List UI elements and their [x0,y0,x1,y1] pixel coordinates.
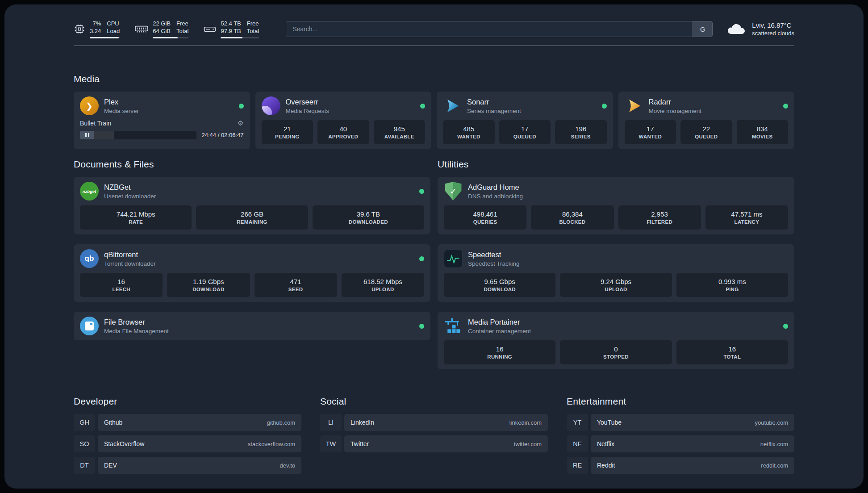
stat-value: 744.21 Mbps [117,210,155,218]
bookmarks-entertainment: Entertainment YT YouTubeyoutube.com NF N… [567,396,794,478]
stat-label: RATE [129,219,143,225]
section-documents-title: Documents & Files [74,159,430,170]
nzbget-card[interactable]: nzbget NZBGet Usenet downloader 744.21 M… [74,177,430,234]
adguard-icon: ✓ [444,182,463,201]
service-name: NZBGet [104,183,156,192]
bookmark-name: StackOverflow [104,440,144,447]
overseerr-icon [262,96,280,115]
portainer-icon [444,317,463,335]
pause-button[interactable] [80,131,94,139]
stat-label: SEED [288,287,303,292]
memory-icon [135,24,148,34]
stats-row: 16LEECH 1.19 GbpsDOWNLOAD 471SEED 618.52… [80,273,424,297]
stat-value: 40 [339,125,347,133]
bookmark-row-netflix[interactable]: NF Netflixnetflix.com [567,435,794,452]
weather-widget: Lviv, 16.87°C scattered clouds [726,21,794,37]
bookmark-row-stackoverflow[interactable]: SO StackOverflowstackoverflow.com [74,435,301,452]
stat-label: MOVIES [752,134,773,139]
plex-player-widget: Bullet Train ⚙ 24:44 / 02:06:47 [80,119,244,139]
stat-tile: 39.6 TBDOWNLOADED [313,205,424,230]
stat-tile: 1.19 GbpsDOWNLOAD [167,273,250,297]
bookmark-row-youtube[interactable]: YT YouTubeyoutube.com [567,414,794,431]
gear-icon[interactable]: ⚙ [238,119,243,127]
disk-usage-bar [221,37,259,38]
bookmark-row-linkedin[interactable]: LI LinkedInlinkedin.com [320,414,548,431]
stat-value: 16 [496,345,504,353]
stat-tile: 471SEED [255,273,337,297]
stat-value: 618.52 Mbps [363,278,402,285]
bookmark-row-github[interactable]: GH Githubgithub.com [74,414,301,431]
speedtest-icon [444,249,463,268]
section-entertainment-title: Entertainment [567,396,794,407]
stat-value: 9.24 Gbps [601,278,631,285]
service-desc: Media Requests [286,108,330,114]
stat-value: 834 [757,125,768,133]
stat-value: 1.19 Gbps [193,278,224,285]
stat-tile: 22QUEUED [680,120,732,144]
bookmark-url: github.com [267,419,295,426]
memory-free-value: 22 GiB [153,20,171,27]
stat-tile: 86,384BLOCKED [531,205,613,230]
stat-tile: 744.21 MbpsRATE [80,205,192,230]
qbittorrent-card[interactable]: qb qBittorrent Torrent downloader 16LEEC… [74,244,430,302]
stat-tile: 40APPROVED [317,120,369,144]
memory-label-bottom: Total [176,27,188,35]
service-name: AdGuard Home [468,183,523,192]
service-desc: Usenet downloader [104,193,156,200]
nzbget-icon: nzbget [80,182,99,201]
stat-tile: 834MOVIES [737,120,789,144]
disk-free-value: 52.4 TB [221,20,241,27]
dashboard-page: 7% 3.24 CPU Load 22 GiB [4,4,864,489]
disk-total-value: 97.9 TB [221,27,241,35]
bookmarks-developer: Developer GH Githubgithub.com SO StackOv… [74,396,301,478]
playback-progress[interactable] [80,131,196,139]
stat-label: REMAINING [237,219,267,225]
cpu-widget: 7% 3.24 CPU Load [74,20,120,38]
header: 7% 3.24 CPU Load 22 GiB [74,20,794,38]
bookmark-row-twitter[interactable]: TW Twittertwitter.com [320,435,548,452]
memory-total-value: 64 GiB [153,27,171,35]
overseerr-card[interactable]: Overseerr Media Requests 21PENDING 40APP… [255,92,432,149]
bookmark-name: Github [104,419,122,426]
status-dot [419,256,424,261]
stat-label: DOWNLOAD [192,287,224,292]
bookmark-url: reddit.com [761,462,788,469]
adguard-card[interactable]: ✓ AdGuard Home DNS and adblocking 498,46… [438,177,794,234]
bookmark-name: Reddit [597,462,615,469]
stat-value: 498,461 [473,210,497,218]
bookmark-abbr: LI [320,414,342,431]
stat-tile: 2,953FILTERED [618,205,701,230]
status-dot [602,104,607,109]
now-playing-title: Bullet Train [80,120,111,127]
bookmark-url: youtube.com [755,419,788,426]
cpu-icon [74,23,85,35]
stat-tile: 0STOPPED [560,340,672,364]
stat-value: 2,953 [651,210,668,218]
service-desc: DNS and adblocking [468,193,523,200]
section-social-title: Social [320,396,548,407]
stats-row: 744.21 MbpsRATE 266 GBREMAINING 39.6 TBD… [80,205,424,230]
radarr-icon [625,96,643,115]
stat-tile: 17QUEUED [499,120,551,144]
service-name: Radarr [649,98,702,106]
filebrowser-card[interactable]: File Browser Media File Management [74,312,430,340]
search-input[interactable] [286,21,693,37]
stat-tile: 0.993 msPING [676,273,788,297]
stat-tile: 196SERIES [555,120,607,144]
stat-value: 485 [463,125,474,133]
bookmark-url: dev.to [280,462,295,469]
bookmark-url: netflix.com [760,441,788,447]
bookmark-abbr: SO [74,435,95,452]
stats-row: 9.65 GbpsDOWNLOAD 9.24 GbpsUPLOAD 0.993 … [444,273,788,297]
sonarr-card[interactable]: Sonarr Series management 485WANTED 17QUE… [437,92,613,149]
bookmark-abbr: DT [74,457,95,474]
portainer-card[interactable]: Media Portainer Container management 16R… [438,312,794,369]
radarr-card[interactable]: Radarr Movie management 17WANTED 22QUEUE… [618,92,795,149]
search-provider-button[interactable]: G [693,21,712,37]
stat-value: 47.571 ms [731,210,762,218]
plex-card[interactable]: ❯ Plex Media server Bullet Train ⚙ [74,92,250,149]
bookmark-row-reddit[interactable]: RE Redditreddit.com [567,457,794,474]
speedtest-card[interactable]: Speedtest Speedtest Tracking 9.65 GbpsDO… [438,244,794,302]
service-name: Plex [104,98,139,106]
bookmark-row-dev[interactable]: DT DEVdev.to [74,457,301,474]
